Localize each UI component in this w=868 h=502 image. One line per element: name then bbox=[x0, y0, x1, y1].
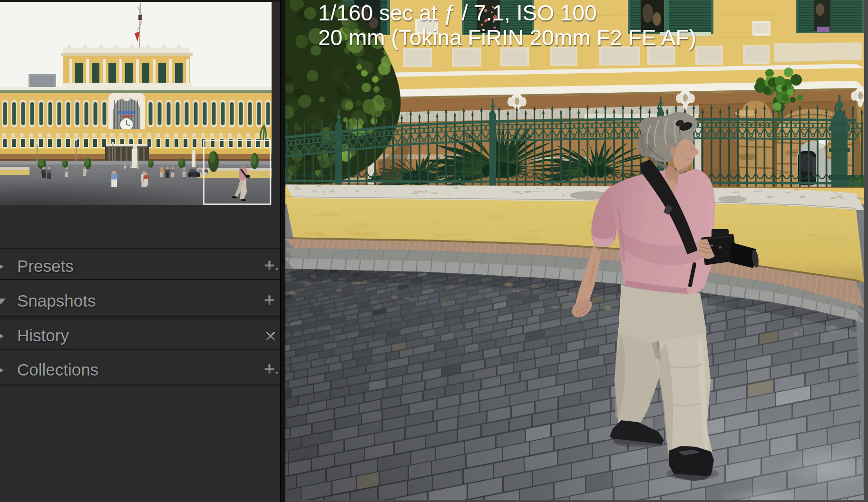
svg-text:20 mm (Tokina FiRIN 20mm F2 FE: 20 mm (Tokina FiRIN 20mm F2 FE AF) bbox=[318, 25, 696, 50]
svg-text:1/160 sec at ƒ / 7.1, ISO 100: 1/160 sec at ƒ / 7.1, ISO 100 bbox=[318, 0, 597, 25]
